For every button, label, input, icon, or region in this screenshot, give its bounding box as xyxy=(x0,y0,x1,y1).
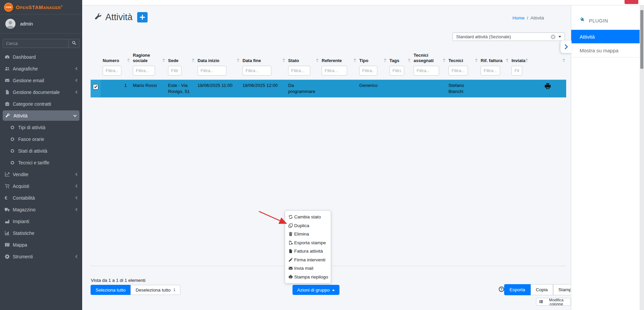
filter-input-tipo[interactable] xyxy=(359,66,377,75)
menu-item-esporta-stampe[interactable]: Esporta stampe xyxy=(285,239,331,247)
trash-icon xyxy=(288,232,294,236)
plug-icon xyxy=(580,17,585,23)
col-header-tipo[interactable]: Tipo xyxy=(357,52,387,65)
file-export-icon xyxy=(288,241,294,245)
export-button[interactable]: Esporta xyxy=(504,284,531,295)
filter-input-rif-fattura[interactable] xyxy=(481,66,500,75)
cell-ragione-sociale: Mario Rossi xyxy=(131,80,166,97)
help-icon[interactable]: ? xyxy=(499,287,504,292)
scrollbar-thumb[interactable] xyxy=(640,10,643,69)
chevron-down-icon xyxy=(73,113,77,117)
sidebar-item-acquisti[interactable]: Acquisti xyxy=(0,180,82,192)
results-summary: Vista da 1 a 1 di 1 elementi xyxy=(91,278,146,283)
sidebar-item-stati-di-attivita[interactable]: Stati di attività xyxy=(0,145,82,157)
sidebar: OSM OpenSTAManager® admin Dashboard Anag… xyxy=(0,0,82,310)
menu-item-elimina[interactable]: Elimina xyxy=(285,230,331,239)
col-header-tags[interactable]: Tags xyxy=(387,52,412,65)
copy-button[interactable]: Copia xyxy=(531,284,553,295)
clone-icon xyxy=(288,223,294,228)
scrollbar-track[interactable] xyxy=(640,5,644,310)
col-header-stato[interactable]: Stato xyxy=(286,52,320,65)
sidebar-item-mappa[interactable]: Mappa xyxy=(0,239,82,251)
search-button[interactable] xyxy=(68,39,79,48)
select-all-button[interactable]: Seleziona tutto xyxy=(91,285,130,295)
plugin-tab-attivita[interactable]: Attività xyxy=(571,30,640,44)
menu-item-stampa-riepilogo[interactable]: Stampa riepilogo xyxy=(285,273,331,281)
col-header-data-fine[interactable]: Data fine xyxy=(240,52,286,65)
select-all-header xyxy=(91,52,101,65)
print-row-icon[interactable] xyxy=(544,86,551,91)
sidebar-item-tecnici-e-tariffe[interactable]: Tecnici e tariffe xyxy=(0,157,82,168)
col-header-rif-fattura[interactable]: Rif. fattura xyxy=(479,52,509,65)
sort-icon xyxy=(282,58,285,62)
search-input[interactable] xyxy=(3,39,68,48)
col-header-data-inizio[interactable]: Data inizio xyxy=(196,52,240,65)
sidebar-item-fasce-orarie[interactable]: Fasce orarie xyxy=(0,133,82,145)
menu-item-firma-interventi[interactable]: Firma interventi xyxy=(285,256,331,264)
sidebar-item-statistiche[interactable]: Statistiche xyxy=(0,227,82,239)
sidebar-item-impianti[interactable]: Impianti xyxy=(0,215,82,227)
filter-input-sede[interactable] xyxy=(168,66,181,75)
sort-icon xyxy=(525,58,528,62)
selection-buttons: Seleziona tutto Deseleziona tutto 1 xyxy=(91,285,180,295)
filter-input-inviata[interactable] xyxy=(512,66,522,75)
filter-input-data-fine[interactable] xyxy=(243,66,271,75)
col-header-referente[interactable]: Referente xyxy=(320,52,357,65)
cell-tags xyxy=(387,80,412,97)
envelope-icon xyxy=(5,78,13,83)
breadcrumb-home-link[interactable]: Home xyxy=(513,15,525,20)
col-header-tecnici-assegnati[interactable]: Tecnici assegnati xyxy=(412,52,446,65)
topbar xyxy=(82,0,644,5)
file-icon xyxy=(5,90,13,95)
menu-item-fattura-attivita[interactable]: Fattura attività xyxy=(285,247,331,256)
user-panel[interactable]: admin xyxy=(0,14,82,34)
filter-input-ragione-sociale[interactable] xyxy=(133,66,155,75)
panel-collapse-toggle[interactable] xyxy=(560,41,572,53)
group-actions-button[interactable]: Azioni di gruppo xyxy=(292,285,339,295)
table-row[interactable]: 1 Mario Rossi Este - Via Rovigo, 51 18/0… xyxy=(91,80,566,97)
registered-mark: ® xyxy=(61,5,63,7)
filter-input-tags[interactable] xyxy=(389,66,404,75)
sidebar-item-gestione-email[interactable]: Gestione email xyxy=(0,74,82,86)
print-template-select[interactable]: Standard attività (Sezionale) xyxy=(452,33,565,41)
add-record-button[interactable] xyxy=(137,12,148,22)
sidebar-item-categorie-contratti[interactable]: Categorie contratti xyxy=(0,98,82,110)
sidebar-item-magazzino[interactable]: Magazzino xyxy=(0,204,82,215)
logout-button[interactable] xyxy=(625,0,638,4)
map-icon xyxy=(5,242,13,247)
col-header-numero[interactable]: Numero xyxy=(101,52,131,65)
row-checkbox[interactable] xyxy=(93,84,98,90)
app-logo[interactable]: OSM OpenSTAManager® xyxy=(0,0,82,14)
sort-icon xyxy=(237,58,239,62)
sidebar-item-attivita[interactable]: Attività xyxy=(0,110,82,121)
sidebar-item-tipi-di-attivita[interactable]: Tipi di attività xyxy=(0,121,82,133)
menu-item-cambia-stato[interactable]: Cambia stato xyxy=(285,213,331,221)
filter-input-tecnici-assegnati[interactable] xyxy=(414,66,439,75)
plugin-tab-mostra-su-mappa[interactable]: Mostra su mappa xyxy=(571,44,640,57)
filter-input-data-inizio[interactable] xyxy=(198,66,226,75)
menu-item-duplica[interactable]: Duplica xyxy=(285,221,331,230)
briefcase-icon xyxy=(5,101,13,106)
filter-input-referente[interactable] xyxy=(322,66,347,75)
sidebar-item-gestione-documentale[interactable]: Gestione documentale xyxy=(0,86,82,98)
col-header-print[interactable] xyxy=(529,52,566,65)
cell-referente xyxy=(320,80,357,97)
sidebar-item-dashboard[interactable]: Dashboard xyxy=(0,51,82,63)
sidebar-item-strumenti[interactable]: Strumenti xyxy=(0,251,82,262)
clear-icon[interactable] xyxy=(551,35,555,39)
filter-input-numero[interactable] xyxy=(103,66,121,75)
col-header-tecnici[interactable]: Tecnici xyxy=(446,52,479,65)
filter-input-tecnici[interactable] xyxy=(448,66,468,75)
selected-template: Standard attività (Sezionale) xyxy=(456,34,551,39)
col-header-inviata[interactable]: Inviata xyxy=(509,52,529,65)
edit-columns-button[interactable]: Modifica colonne xyxy=(536,298,571,306)
filter-input-stato[interactable] xyxy=(288,66,310,75)
menu-item-invia-mail[interactable]: Invia mail xyxy=(285,264,331,273)
col-header-ragione-sociale[interactable]: Ragione sociale xyxy=(131,52,166,65)
sidebar-item-contabilita[interactable]: € Contabilità xyxy=(0,192,82,204)
col-header-sede[interactable]: Sede xyxy=(166,52,196,65)
sidebar-item-vendite[interactable]: Vendite xyxy=(0,168,82,180)
sidebar-item-anagrafiche[interactable]: Anagrafiche xyxy=(0,63,82,74)
deselect-all-button[interactable]: Deseleziona tutto 1 xyxy=(130,285,180,295)
breadcrumb: Home/Attività xyxy=(513,15,544,20)
